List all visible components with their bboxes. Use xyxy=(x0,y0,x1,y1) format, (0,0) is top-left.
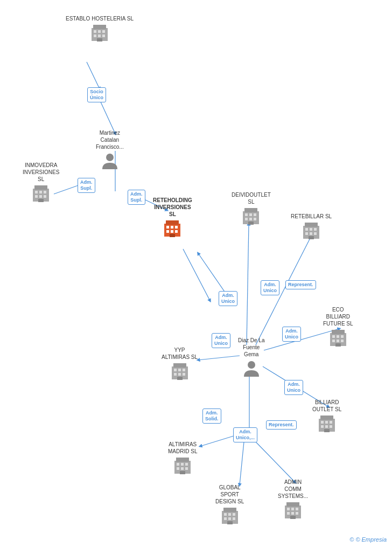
watermark-brand: © Empresia xyxy=(355,536,387,543)
svg-rect-45 xyxy=(244,208,257,212)
badge-adm-unico-ret: Adm.Unico xyxy=(261,280,279,295)
svg-rect-94 xyxy=(185,463,188,466)
svg-rect-24 xyxy=(97,38,102,41)
svg-rect-23 xyxy=(102,34,105,37)
svg-rect-33 xyxy=(38,199,44,202)
svg-rect-106 xyxy=(233,517,235,520)
svg-rect-32 xyxy=(44,195,46,198)
watermark-copyright: © xyxy=(349,536,354,543)
badge-adm-unico-4: Adm.Unico xyxy=(284,380,303,395)
label-yyp: YYPALTIMIRAS SL xyxy=(162,347,198,361)
svg-rect-96 xyxy=(181,467,184,470)
svg-rect-91 xyxy=(176,458,189,462)
badge-socio-unico: SocioÚnico xyxy=(87,87,106,102)
watermark: © © Empresia xyxy=(349,536,387,543)
svg-rect-105 xyxy=(228,517,231,520)
svg-line-1 xyxy=(100,100,115,134)
svg-rect-78 xyxy=(178,373,181,376)
badge-adm-supl-2: Adm.Supl. xyxy=(128,190,145,205)
svg-rect-86 xyxy=(321,425,324,428)
svg-rect-18 xyxy=(94,30,96,33)
svg-line-5 xyxy=(183,249,210,301)
svg-rect-49 xyxy=(245,218,248,220)
svg-rect-51 xyxy=(254,218,256,220)
label-inmovedra: INMOVEDRAINVERSIONESSL xyxy=(23,162,59,183)
svg-rect-79 xyxy=(183,373,185,376)
svg-rect-103 xyxy=(233,513,235,516)
svg-rect-63 xyxy=(332,330,345,334)
label-billiard-outlet: BILLIARDOUTLET SL xyxy=(312,399,341,413)
svg-rect-104 xyxy=(224,517,227,520)
svg-rect-84 xyxy=(325,421,328,424)
svg-rect-50 xyxy=(249,218,252,220)
node-altimiras-madrid: ALTIMIRASMADRID SL xyxy=(168,441,197,476)
svg-rect-114 xyxy=(291,512,294,515)
svg-rect-68 xyxy=(337,340,339,342)
svg-rect-21 xyxy=(94,34,96,37)
label-admin-comm: ADMINCOMMSYSTEMS... xyxy=(278,479,308,500)
svg-rect-97 xyxy=(185,467,188,470)
svg-rect-30 xyxy=(35,195,38,198)
svg-rect-48 xyxy=(254,213,256,216)
svg-rect-113 xyxy=(287,512,290,515)
label-deividoutlet: DEIVIDOUTLETSL xyxy=(232,191,271,205)
label-eco-billiard: ECOBILLIARDFUTURE SL xyxy=(323,306,353,327)
node-billiard-outlet: BILLIARDOUTLET SL xyxy=(312,399,341,434)
label-martinez: MartinezCatalanFrancisco... xyxy=(96,129,124,150)
svg-rect-38 xyxy=(171,226,173,229)
svg-rect-82 xyxy=(320,416,333,420)
node-diaz: Diaz De LaFuenteGema xyxy=(238,337,264,379)
svg-rect-107 xyxy=(227,521,233,524)
svg-rect-42 xyxy=(175,230,178,233)
node-global-sport: GLOBALSPORTDESIGN SL xyxy=(215,484,244,526)
svg-rect-95 xyxy=(177,467,179,470)
svg-line-14 xyxy=(240,442,244,485)
svg-rect-93 xyxy=(181,463,184,466)
svg-rect-29 xyxy=(44,191,46,193)
svg-point-71 xyxy=(248,361,255,369)
svg-rect-109 xyxy=(286,502,299,507)
svg-rect-19 xyxy=(98,30,101,33)
svg-rect-70 xyxy=(335,343,341,347)
svg-rect-59 xyxy=(310,232,312,235)
svg-line-7 xyxy=(247,224,249,345)
diagram: ESTABLO HOSTELERIA SL INMOVEDRAINVERSION… xyxy=(0,0,392,547)
svg-rect-65 xyxy=(337,335,339,338)
node-deividoutlet: DEIVIDOUTLETSL xyxy=(232,191,271,226)
svg-rect-92 xyxy=(177,463,179,466)
svg-rect-60 xyxy=(314,232,317,235)
svg-rect-58 xyxy=(305,232,308,235)
node-eco-billiard: ECOBILLIARDFUTURE SL xyxy=(323,306,353,348)
badge-adm-solid: Adm.Solid. xyxy=(202,408,221,424)
node-retebillar: RETEBILLAR SL xyxy=(291,213,332,241)
svg-rect-77 xyxy=(174,373,177,376)
svg-rect-98 xyxy=(180,471,185,474)
svg-rect-74 xyxy=(174,369,177,371)
svg-rect-61 xyxy=(309,236,314,239)
label-retebillar: RETEBILLAR SL xyxy=(291,213,332,220)
svg-rect-40 xyxy=(166,230,169,233)
svg-rect-36 xyxy=(166,220,179,225)
badge-adm-unico-3: Adm.Unico xyxy=(212,333,230,348)
svg-rect-41 xyxy=(171,230,173,233)
svg-rect-55 xyxy=(305,228,308,231)
svg-rect-115 xyxy=(296,512,298,515)
svg-rect-27 xyxy=(35,191,38,193)
svg-rect-31 xyxy=(39,195,42,198)
svg-rect-75 xyxy=(178,369,181,371)
label-establo: ESTABLO HOSTELERIA SL xyxy=(66,15,134,22)
svg-rect-67 xyxy=(332,340,335,342)
svg-rect-73 xyxy=(173,363,186,368)
svg-rect-39 xyxy=(175,226,178,229)
node-inmovedra: INMOVEDRAINVERSIONESSL xyxy=(23,162,59,204)
svg-rect-112 xyxy=(296,508,298,510)
svg-rect-20 xyxy=(102,30,105,33)
svg-rect-47 xyxy=(249,213,252,216)
svg-rect-88 xyxy=(330,425,332,428)
svg-line-0 xyxy=(87,62,100,89)
svg-rect-54 xyxy=(305,223,318,227)
svg-rect-110 xyxy=(287,508,290,510)
svg-point-34 xyxy=(106,154,114,161)
label-global-sport: GLOBALSPORTDESIGN SL xyxy=(215,484,244,505)
svg-rect-116 xyxy=(290,516,296,519)
